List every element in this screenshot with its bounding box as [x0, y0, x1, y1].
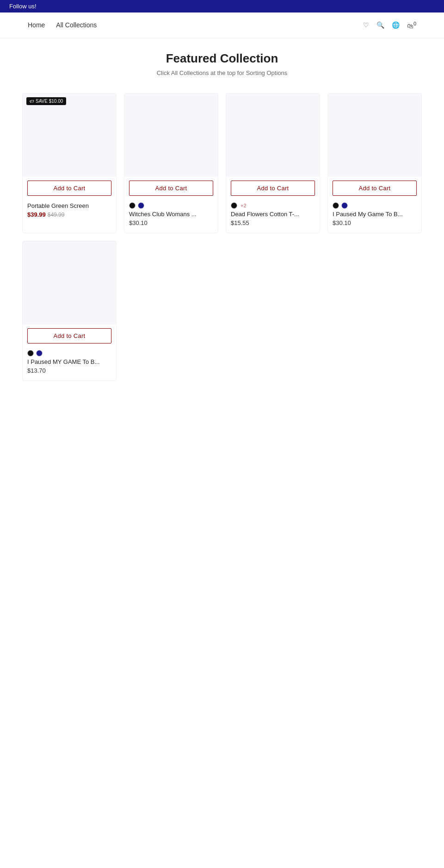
- product-price: $13.70: [27, 367, 111, 374]
- product-image-wrap: [226, 94, 320, 177]
- product-card: 🏷SAVE $10.00Add to CartPortable Green Sc…: [22, 93, 117, 233]
- add-to-cart-button[interactable]: Add to Cart: [333, 181, 417, 196]
- nav-icons: ♡ 🔍 🌐 🛍0: [363, 21, 416, 30]
- color-swatch[interactable]: [333, 202, 339, 209]
- color-swatch[interactable]: [231, 202, 237, 209]
- product-image-wrap: [23, 241, 116, 325]
- product-image-wrap: 🏷SAVE $10.00: [23, 94, 116, 177]
- product-name: Dead Flowers Cotton T-...: [231, 211, 315, 218]
- add-to-cart-button[interactable]: Add to Cart: [231, 181, 315, 196]
- navigation: Home All Collections ♡ 🔍 🌐 🛍0: [0, 12, 444, 38]
- product-price: $30.10: [333, 219, 417, 226]
- product-price: $15.55: [231, 219, 315, 226]
- nav-links: Home All Collections: [28, 21, 97, 29]
- add-to-cart-button[interactable]: Add to Cart: [129, 181, 213, 196]
- product-info: Witches Club Womans ...$30.10: [124, 200, 218, 233]
- product-card: Add to Cart+2Dead Flowers Cotton T-...$1…: [226, 93, 320, 233]
- product-info: +2Dead Flowers Cotton T-...$15.55: [226, 200, 320, 233]
- add-to-cart-button[interactable]: Add to Cart: [27, 328, 111, 343]
- product-name: Witches Club Womans ...: [129, 211, 213, 218]
- page-title: Featured Collection: [0, 51, 444, 66]
- color-swatch[interactable]: [138, 202, 144, 209]
- product-card: Add to CartI Paused My Game To B...$30.1…: [327, 93, 422, 233]
- product-name: I Paused My Game To B...: [333, 211, 417, 218]
- color-swatches: [27, 350, 111, 356]
- cart-icon[interactable]: 🛍0: [407, 21, 416, 30]
- page-header: Featured Collection Click All Collection…: [0, 38, 444, 85]
- page-subtitle: Click All Collections at the top for Sor…: [0, 69, 444, 76]
- price-original: $49.99: [48, 212, 65, 218]
- product-info: Portable Green Screen$39.99$49.99: [23, 200, 116, 225]
- product-info: I Paused My Game To B...$30.10: [328, 200, 421, 233]
- cart-badge: 0: [413, 21, 416, 26]
- sale-badge: 🏷SAVE $10.00: [26, 97, 66, 105]
- top-banner: Follow us!: [0, 0, 444, 12]
- more-colors: +2: [240, 203, 247, 208]
- color-swatches: [333, 202, 417, 209]
- color-swatch[interactable]: [36, 350, 43, 356]
- product-name: Portable Green Screen: [27, 202, 111, 209]
- nav-all-collections[interactable]: All Collections: [56, 21, 97, 29]
- color-swatch[interactable]: [341, 202, 348, 209]
- sale-badge-text: SAVE $10.00: [36, 99, 63, 104]
- product-card: Add to CartWitches Club Womans ...$30.10: [124, 93, 218, 233]
- product-name: I Paused MY GAME To B...: [27, 358, 111, 365]
- language-icon[interactable]: 🌐: [392, 21, 400, 29]
- product-card: Add to CartI Paused MY GAME To B...$13.7…: [22, 241, 117, 381]
- color-swatch[interactable]: [27, 350, 34, 356]
- nav-home[interactable]: Home: [28, 21, 45, 29]
- search-icon[interactable]: 🔍: [376, 21, 384, 29]
- product-grid: 🏷SAVE $10.00Add to CartPortable Green Sc…: [0, 85, 444, 389]
- product-image-wrap: [328, 94, 421, 177]
- color-swatch[interactable]: [129, 202, 136, 209]
- banner-text: Follow us!: [9, 3, 37, 10]
- sale-icon: 🏷: [30, 99, 34, 104]
- wishlist-icon[interactable]: ♡: [363, 21, 369, 29]
- color-swatches: [129, 202, 213, 209]
- product-price: $39.99$49.99: [27, 211, 111, 218]
- price-sale: $39.99: [27, 211, 46, 218]
- add-to-cart-button[interactable]: Add to Cart: [27, 181, 111, 196]
- product-info: I Paused MY GAME To B...$13.70: [23, 347, 116, 381]
- product-price: $30.10: [129, 219, 213, 226]
- product-image-wrap: [124, 94, 218, 177]
- color-swatches: +2: [231, 202, 315, 209]
